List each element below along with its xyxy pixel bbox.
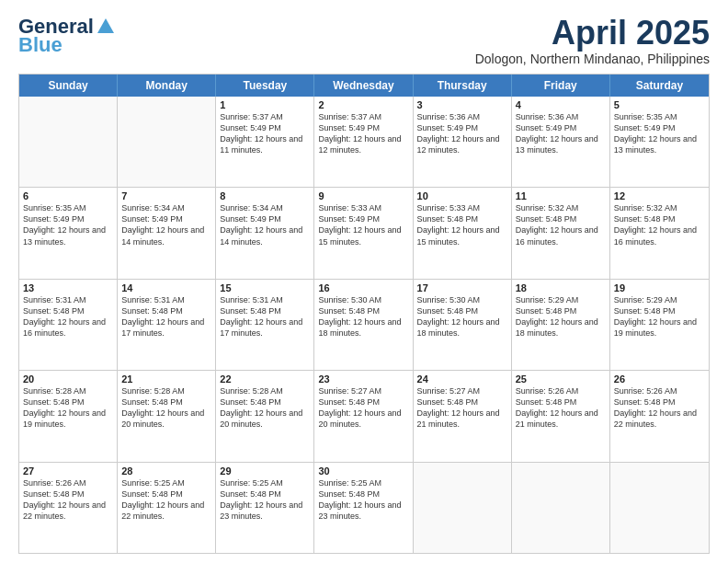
day-number: 13 <box>23 282 113 293</box>
cell-sun-info: Sunrise: 5:35 AMSunset: 5:49 PMDaylight:… <box>23 202 113 247</box>
calendar-day-header: Saturday <box>610 75 709 97</box>
calendar-cell: 25Sunrise: 5:26 AMSunset: 5:48 PMDayligh… <box>512 371 610 461</box>
cell-sun-info: Sunrise: 5:33 AMSunset: 5:48 PMDaylight:… <box>417 202 507 247</box>
day-number: 10 <box>417 190 507 201</box>
cell-sun-info: Sunrise: 5:25 AMSunset: 5:48 PMDaylight:… <box>121 477 211 523</box>
cell-sun-info: Sunrise: 5:31 AMSunset: 5:48 PMDaylight:… <box>23 294 113 339</box>
day-number: 23 <box>318 373 408 385</box>
calendar-day-header: Sunday <box>19 75 118 97</box>
calendar-cell: 18Sunrise: 5:29 AMSunset: 5:48 PMDayligh… <box>512 280 610 370</box>
calendar-cell: 13Sunrise: 5:31 AMSunset: 5:48 PMDayligh… <box>19 280 118 370</box>
cell-sun-info: Sunrise: 5:36 AMSunset: 5:49 PMDaylight:… <box>417 111 507 156</box>
calendar-body: 1Sunrise: 5:37 AMSunset: 5:49 PMDaylight… <box>19 97 709 553</box>
title-block: April 2025 Dologon, Northern Mindanao, P… <box>475 15 710 66</box>
cell-sun-info: Sunrise: 5:27 AMSunset: 5:48 PMDaylight:… <box>417 385 507 431</box>
calendar-cell: 5Sunrise: 5:35 AMSunset: 5:49 PMDaylight… <box>610 97 709 187</box>
day-number: 29 <box>220 465 310 477</box>
cell-sun-info: Sunrise: 5:37 AMSunset: 5:49 PMDaylight:… <box>220 111 310 156</box>
day-number: 12 <box>614 190 705 201</box>
cell-sun-info: Sunrise: 5:35 AMSunset: 5:49 PMDaylight:… <box>614 111 705 156</box>
calendar-cell: 12Sunrise: 5:32 AMSunset: 5:48 PMDayligh… <box>610 188 709 278</box>
logo-blue: Blue <box>18 33 63 57</box>
day-number: 7 <box>121 190 211 201</box>
day-number: 6 <box>23 190 113 201</box>
day-number: 25 <box>516 373 606 385</box>
cell-sun-info: Sunrise: 5:36 AMSunset: 5:49 PMDaylight:… <box>516 111 606 156</box>
cell-sun-info: Sunrise: 5:26 AMSunset: 5:48 PMDaylight:… <box>614 385 705 431</box>
calendar-week-row: 6Sunrise: 5:35 AMSunset: 5:49 PMDaylight… <box>19 188 709 279</box>
cell-sun-info: Sunrise: 5:34 AMSunset: 5:49 PMDaylight:… <box>121 202 211 247</box>
day-number: 28 <box>121 465 211 477</box>
calendar-cell: 6Sunrise: 5:35 AMSunset: 5:49 PMDaylight… <box>19 188 118 278</box>
calendar-cell: 27Sunrise: 5:26 AMSunset: 5:48 PMDayligh… <box>19 463 118 553</box>
calendar-cell: 26Sunrise: 5:26 AMSunset: 5:48 PMDayligh… <box>610 371 709 461</box>
cell-sun-info: Sunrise: 5:30 AMSunset: 5:48 PMDaylight:… <box>318 294 408 339</box>
calendar-cell <box>512 463 610 553</box>
cell-sun-info: Sunrise: 5:25 AMSunset: 5:48 PMDaylight:… <box>220 477 310 523</box>
calendar-day-header: Tuesday <box>216 75 314 97</box>
day-number: 17 <box>417 282 507 293</box>
cell-sun-info: Sunrise: 5:33 AMSunset: 5:49 PMDaylight:… <box>318 202 408 247</box>
cell-sun-info: Sunrise: 5:26 AMSunset: 5:48 PMDaylight:… <box>23 477 113 523</box>
calendar-cell <box>19 97 118 187</box>
calendar-day-header: Thursday <box>414 75 512 97</box>
cell-sun-info: Sunrise: 5:29 AMSunset: 5:48 PMDaylight:… <box>516 294 606 339</box>
calendar-cell: 24Sunrise: 5:27 AMSunset: 5:48 PMDayligh… <box>414 371 512 461</box>
day-number: 4 <box>516 99 606 110</box>
calendar-cell: 14Sunrise: 5:31 AMSunset: 5:48 PMDayligh… <box>118 280 216 370</box>
calendar: SundayMondayTuesdayWednesdayThursdayFrid… <box>18 74 710 554</box>
day-number: 18 <box>516 282 606 293</box>
calendar-cell: 3Sunrise: 5:36 AMSunset: 5:49 PMDaylight… <box>414 97 512 187</box>
day-number: 2 <box>318 99 408 110</box>
calendar-cell: 21Sunrise: 5:28 AMSunset: 5:48 PMDayligh… <box>118 371 216 461</box>
day-number: 27 <box>23 465 113 477</box>
calendar-week-row: 27Sunrise: 5:26 AMSunset: 5:48 PMDayligh… <box>19 463 709 553</box>
calendar-header-row: SundayMondayTuesdayWednesdayThursdayFrid… <box>19 75 709 97</box>
calendar-cell: 22Sunrise: 5:28 AMSunset: 5:48 PMDayligh… <box>216 371 314 461</box>
cell-sun-info: Sunrise: 5:32 AMSunset: 5:48 PMDaylight:… <box>614 202 705 247</box>
subtitle: Dologon, Northern Mindanao, Philippines <box>475 52 710 66</box>
day-number: 11 <box>516 190 606 201</box>
logo-icon <box>96 17 116 37</box>
cell-sun-info: Sunrise: 5:25 AMSunset: 5:48 PMDaylight:… <box>318 477 408 523</box>
logo: General Blue <box>18 15 116 57</box>
cell-sun-info: Sunrise: 5:27 AMSunset: 5:48 PMDaylight:… <box>318 385 408 431</box>
cell-sun-info: Sunrise: 5:28 AMSunset: 5:48 PMDaylight:… <box>121 385 211 431</box>
calendar-cell: 8Sunrise: 5:34 AMSunset: 5:49 PMDaylight… <box>216 188 314 278</box>
cell-sun-info: Sunrise: 5:26 AMSunset: 5:48 PMDaylight:… <box>516 385 606 431</box>
calendar-cell: 20Sunrise: 5:28 AMSunset: 5:48 PMDayligh… <box>19 371 118 461</box>
calendar-day-header: Friday <box>512 75 610 97</box>
cell-sun-info: Sunrise: 5:28 AMSunset: 5:48 PMDaylight:… <box>220 385 310 431</box>
day-number: 14 <box>121 282 211 293</box>
calendar-week-row: 13Sunrise: 5:31 AMSunset: 5:48 PMDayligh… <box>19 280 709 371</box>
calendar-day-header: Wednesday <box>314 75 413 97</box>
calendar-cell: 30Sunrise: 5:25 AMSunset: 5:48 PMDayligh… <box>314 463 413 553</box>
calendar-cell: 9Sunrise: 5:33 AMSunset: 5:49 PMDaylight… <box>314 188 413 278</box>
day-number: 26 <box>614 373 705 385</box>
day-number: 24 <box>417 373 507 385</box>
day-number: 8 <box>220 190 310 201</box>
calendar-cell <box>118 97 216 187</box>
day-number: 30 <box>318 465 408 477</box>
day-number: 5 <box>614 99 705 110</box>
cell-sun-info: Sunrise: 5:31 AMSunset: 5:48 PMDaylight:… <box>121 294 211 339</box>
calendar-cell: 10Sunrise: 5:33 AMSunset: 5:48 PMDayligh… <box>414 188 512 278</box>
day-number: 16 <box>318 282 408 293</box>
calendar-week-row: 1Sunrise: 5:37 AMSunset: 5:49 PMDaylight… <box>19 97 709 188</box>
calendar-cell: 23Sunrise: 5:27 AMSunset: 5:48 PMDayligh… <box>314 371 413 461</box>
header: General Blue April 2025 Dologon, Norther… <box>18 15 710 66</box>
day-number: 9 <box>318 190 408 201</box>
cell-sun-info: Sunrise: 5:32 AMSunset: 5:48 PMDaylight:… <box>516 202 606 247</box>
cell-sun-info: Sunrise: 5:31 AMSunset: 5:48 PMDaylight:… <box>220 294 310 339</box>
calendar-cell: 4Sunrise: 5:36 AMSunset: 5:49 PMDaylight… <box>512 97 610 187</box>
day-number: 1 <box>220 99 310 110</box>
day-number: 19 <box>614 282 705 293</box>
day-number: 21 <box>121 373 211 385</box>
calendar-cell: 1Sunrise: 5:37 AMSunset: 5:49 PMDaylight… <box>216 97 314 187</box>
calendar-cell: 16Sunrise: 5:30 AMSunset: 5:48 PMDayligh… <box>314 280 413 370</box>
calendar-week-row: 20Sunrise: 5:28 AMSunset: 5:48 PMDayligh… <box>19 371 709 462</box>
calendar-day-header: Monday <box>118 75 216 97</box>
calendar-cell: 28Sunrise: 5:25 AMSunset: 5:48 PMDayligh… <box>118 463 216 553</box>
calendar-cell <box>414 463 512 553</box>
cell-sun-info: Sunrise: 5:29 AMSunset: 5:48 PMDaylight:… <box>614 294 705 339</box>
